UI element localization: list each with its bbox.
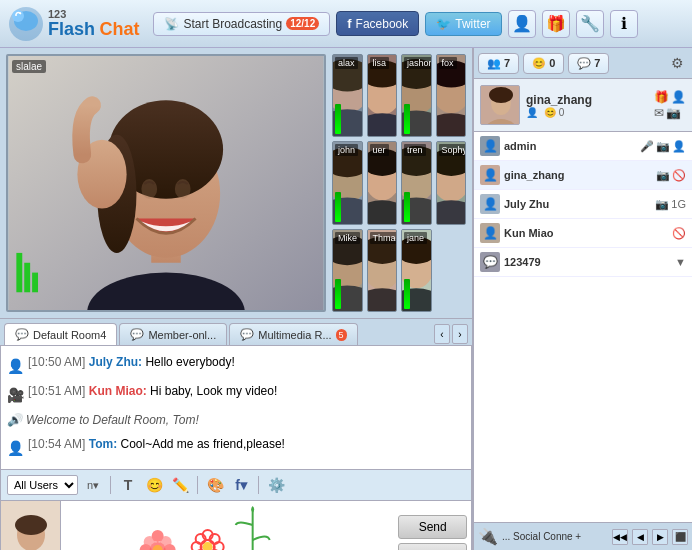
thumbnail-grid: alax lisa — [332, 54, 466, 312]
user-name-admin: admin — [504, 140, 636, 152]
mic-icon-admin[interactable]: 🎤 — [640, 140, 654, 153]
tab-member-label: Member-onl... — [148, 329, 216, 341]
broadcast-icon: 📡 — [164, 17, 179, 31]
broadcast-badge: 12/12 — [286, 17, 319, 30]
send-button[interactable]: Send — [398, 515, 467, 539]
svg-point-65 — [15, 515, 47, 535]
friend-icon-julyzhu[interactable]: 1G — [671, 198, 686, 211]
thumb-mike[interactable]: Mike — [332, 229, 363, 312]
down-icon-123479[interactable]: ▼ — [675, 256, 686, 268]
twitter-bird-icon: 🐦 — [436, 17, 451, 31]
twitter-button[interactable]: 🐦 Twitter — [425, 12, 501, 36]
profile-add-icon[interactable]: 👤 — [671, 90, 686, 104]
cam-icon-admin[interactable]: 📷 — [656, 140, 670, 153]
tab-prev-button[interactable]: ‹ — [434, 324, 450, 344]
facebook-icon: f — [347, 16, 351, 31]
profile-icon-button[interactable]: 👤 — [508, 10, 536, 38]
thumb-tren[interactable]: tren — [401, 141, 432, 224]
main-video[interactable]: slalae — [6, 54, 326, 312]
profile-avatar — [480, 85, 520, 125]
user-avatar-123479: 💬 — [480, 252, 500, 272]
tab-default-room[interactable]: 💬 Default Room4 — [4, 323, 117, 346]
profile-icon-row-1: 🎁 👤 — [654, 90, 686, 104]
profile-info: gina_zhang 👤 😊 0 — [526, 93, 648, 118]
thumb-alax[interactable]: alax — [332, 54, 363, 137]
logo-icon — [8, 6, 44, 42]
color-button[interactable]: 🎨 — [204, 474, 226, 496]
tab-navigation: ‹ › — [434, 324, 468, 344]
bottom-fwd-button[interactable]: ▶ — [652, 529, 668, 545]
block-icon-gina[interactable]: 🚫 — [672, 169, 686, 182]
logo-text: 123 Flash Chat — [48, 9, 139, 38]
main-area: slalae — [0, 48, 692, 550]
settings-small-button[interactable]: ⚙️ — [265, 474, 287, 496]
bottom-prev-button[interactable]: ◀◀ — [612, 529, 628, 545]
gift-icon-button[interactable]: 🎁 — [542, 10, 570, 38]
profile-stat-1: 👤 — [526, 107, 538, 118]
tab-next-button[interactable]: › — [452, 324, 468, 344]
tab-member-only[interactable]: 💬 Member-onl... — [119, 323, 227, 345]
thumb-jashon[interactable]: jashon — [401, 54, 432, 137]
user-list: 👤 admin 🎤 📷 👤 👤 gina_zhang 📷 🚫 — [474, 132, 692, 522]
msg-time-4: [10:54 AM] — [28, 437, 85, 451]
chat-icon-2: 💬 — [130, 328, 144, 341]
thumb-sophy[interactable]: Sophy — [436, 141, 467, 224]
tab-multimedia-label: Multimedia R... — [258, 329, 331, 341]
profile-chat-icon[interactable]: 🎁 — [654, 90, 669, 104]
msg-time-1: [10:50 AM] — [28, 355, 85, 369]
emoji-button[interactable]: 😊 — [143, 474, 165, 496]
thumb-fox[interactable]: fox — [436, 54, 467, 137]
friend-icon-admin[interactable]: 👤 — [672, 140, 686, 153]
msg-icon-1: 👤 — [7, 354, 24, 379]
bottom-expand-button[interactable]: ⬛ — [672, 529, 688, 545]
info-icon-button[interactable]: ℹ — [610, 10, 638, 38]
user-item-julyzhu[interactable]: 👤 July Zhu 📷 1G — [474, 190, 692, 219]
users-icon: 👥 — [487, 57, 501, 70]
facebook-share-button[interactable]: f▾ — [230, 474, 252, 496]
tab-multimedia[interactable]: 💬 Multimedia R... 5 — [229, 323, 357, 345]
user-item-gina[interactable]: 👤 gina_zhang 📷 🚫 — [474, 161, 692, 190]
user-avatar-kunmiao: 👤 — [480, 223, 500, 243]
msg-user-2: Kun Miao: — [89, 384, 147, 398]
thumb-jane[interactable]: jane — [401, 229, 432, 312]
profile-stat-2: 😊 0 — [544, 107, 564, 118]
app-header: 123 Flash Chat 📡 Start Broadcasting 12/1… — [0, 0, 692, 48]
thumb-lisa[interactable]: lisa — [367, 54, 398, 137]
msg-sys-3: 🔊 Welcome to Default Room, Tom! — [7, 410, 199, 432]
profile-cam-icon[interactable]: 📷 — [666, 106, 681, 120]
message-4: 👤 [10:54 AM] Tom: Cool~Add me as friend,… — [7, 434, 465, 461]
right-tab-emotes[interactable]: 😊 0 — [523, 53, 564, 74]
svg-rect-66 — [88, 505, 368, 550]
tab-default-label: Default Room4 — [33, 329, 106, 341]
draw-button[interactable]: ✏️ — [169, 474, 191, 496]
broadcast-button[interactable]: 📡 Start Broadcasting 12/12 — [153, 12, 330, 36]
block-icon-kunmiao[interactable]: 🚫 — [672, 227, 686, 240]
user-item-admin[interactable]: 👤 admin 🎤 📷 👤 — [474, 132, 692, 161]
thumb-john[interactable]: john — [332, 141, 363, 224]
user-item-kunmiao[interactable]: 👤 Kun Miao 🚫 — [474, 219, 692, 248]
settings-icon-button[interactable]: 🔧 — [576, 10, 604, 38]
right-tabs: 👥 7 😊 0 💬 7 ⚙ — [474, 48, 692, 79]
cam-icon-gina[interactable]: 📷 — [656, 169, 670, 182]
svg-rect-17 — [32, 273, 38, 293]
user-item-123479[interactable]: 💬 123479 ▼ — [474, 248, 692, 277]
thumb-uer[interactable]: uer — [367, 141, 398, 224]
message-3-sys: 🔊 Welcome to Default Room, Tom! — [7, 410, 465, 432]
right-panel-settings-button[interactable]: ⚙ — [666, 52, 688, 74]
svg-rect-15 — [16, 253, 22, 292]
bottom-back-button[interactable]: ◀ — [632, 529, 648, 545]
font-size-button[interactable]: n▾ — [82, 474, 104, 496]
thumb-thmas[interactable]: Thmas — [367, 229, 398, 312]
draw-area[interactable] — [61, 501, 394, 550]
bold-button[interactable]: T — [117, 474, 139, 496]
user-icons-gina: 📷 🚫 — [656, 169, 686, 182]
message-2: 🎥 [10:51 AM] Kun Miao: Hi baby, Look my … — [7, 381, 465, 408]
cam-icon-julyzhu[interactable]: 📷 — [655, 198, 669, 211]
right-tab-users[interactable]: 👥 7 — [478, 53, 519, 74]
profile-mail-icon[interactable]: ✉ — [654, 106, 664, 120]
newline-button[interactable]: Newline — [398, 543, 467, 550]
right-tab-chat[interactable]: 💬 7 — [568, 53, 609, 74]
facebook-button[interactable]: f Facebook — [336, 11, 419, 36]
social-connect-icon: 🔌 — [478, 527, 498, 546]
user-select[interactable]: All Users — [7, 475, 78, 495]
